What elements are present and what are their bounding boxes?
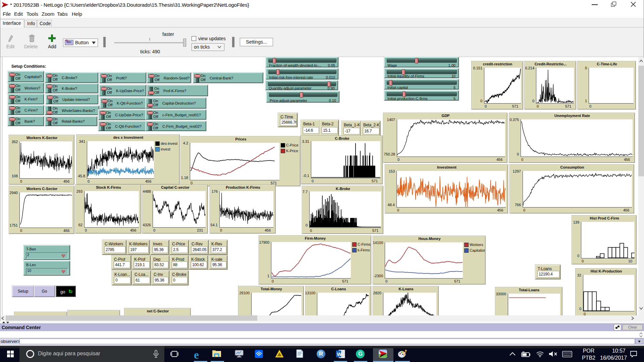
svg-text:W: W xyxy=(337,351,342,357)
